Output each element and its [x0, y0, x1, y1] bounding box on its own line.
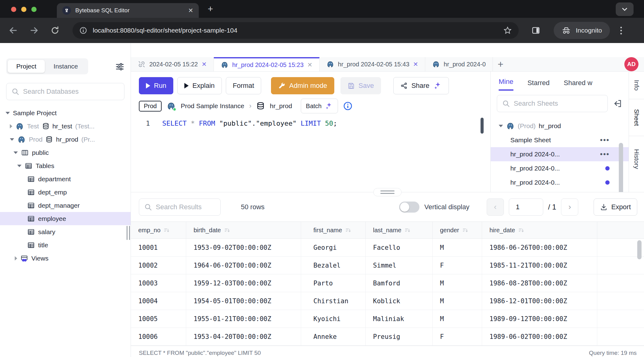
caret-down-icon[interactable] — [14, 151, 18, 154]
table-cell[interactable]: 10002 — [131, 257, 186, 274]
column-header[interactable]: gender — [433, 222, 482, 238]
filter-settings-icon[interactable] — [115, 62, 124, 71]
new-tab-button[interactable]: + — [208, 4, 213, 14]
search-sheets-input[interactable]: Search Sheets — [497, 95, 608, 112]
caret-down-icon[interactable] — [499, 125, 503, 127]
sheets-scrollbar-thumb[interactable] — [619, 143, 623, 192]
sheet-item-sample[interactable]: Sample Sheet ••• — [491, 133, 629, 147]
search-databases-input[interactable]: Search Databases — [6, 83, 124, 100]
table-cell[interactable]: Facello — [366, 239, 433, 256]
tree-table-dept-emp[interactable]: dept_emp — [0, 186, 131, 199]
table-cell[interactable]: 1964-06-02T00:00:00Z — [186, 257, 301, 274]
batch-button[interactable]: Batch — [301, 99, 338, 113]
column-header[interactable]: emp_no — [131, 222, 186, 238]
table-cell[interactable]: 10003 — [131, 274, 186, 292]
editor-tab-2-active[interactable]: hr_prod 2024-02-05 15:23 ✕ — [214, 57, 320, 71]
tree-project-root[interactable]: Sample Project — [0, 106, 131, 120]
panel-resize-handle[interactable] — [373, 188, 402, 196]
code-line-1[interactable]: 1 SELECT * FROM "public"."employee" LIMI… — [131, 120, 490, 127]
tab-project[interactable]: Project — [8, 60, 45, 73]
environment-chip[interactable]: Prod — [139, 101, 162, 112]
table-cell[interactable]: 1954-05-01T00:00:00Z — [186, 292, 301, 310]
side-panel-icon[interactable] — [532, 26, 540, 35]
editor-tab-1[interactable]: 2024-02-05 15:22 ✕ — [131, 57, 214, 71]
close-tab-icon[interactable]: ✕ — [307, 61, 312, 69]
table-cell[interactable]: Bamford — [366, 274, 433, 292]
tree-table-salary[interactable]: salary — [0, 225, 131, 238]
vertical-display-toggle[interactable] — [399, 202, 419, 213]
table-row[interactable]: 10006 1953-04-20T00:00:00Z Anneke Preusi… — [131, 328, 644, 346]
tab-instance[interactable]: Instance — [45, 60, 86, 73]
tab-starred[interactable]: Starred — [528, 79, 550, 91]
table-cell[interactable]: 10005 — [131, 310, 186, 328]
database-name[interactable]: hr_prod — [270, 102, 292, 110]
user-avatar[interactable]: AD — [624, 57, 638, 71]
share-button[interactable]: Share — [393, 77, 449, 94]
table-cell[interactable]: 1989-06-02T00:00:00Z — [482, 328, 597, 345]
sheet-item-partial[interactable]: hr_prod 2024-0... — [491, 116, 629, 119]
sidebar-resize-handle[interactable] — [127, 226, 130, 240]
table-row[interactable]: 10004 1954-05-01T00:00:00Z Chirstian Kob… — [131, 292, 644, 310]
tree-table-title[interactable]: title — [0, 238, 131, 252]
sheet-more-icon[interactable]: ••• — [600, 136, 610, 144]
forward-button[interactable] — [29, 25, 39, 36]
table-cell[interactable]: 10001 — [131, 239, 186, 256]
tree-table-employee-selected[interactable]: employee — [0, 212, 131, 225]
table-cell[interactable]: 1985-11-21T00:00:00Z — [482, 257, 597, 274]
back-button[interactable] — [8, 25, 18, 36]
table-cell[interactable]: Preusig — [366, 328, 433, 345]
zoom-window-button[interactable] — [31, 7, 37, 12]
tab-info[interactable]: Info — [629, 72, 644, 99]
table-cell[interactable]: 1986-12-01T00:00:00Z — [482, 292, 597, 310]
table-cell[interactable]: M — [433, 239, 482, 256]
site-info-icon[interactable] — [79, 26, 87, 34]
caret-down-icon[interactable] — [6, 112, 10, 114]
explain-button[interactable]: Explain — [177, 77, 222, 94]
format-button[interactable]: Format — [226, 77, 261, 94]
browser-menu-icon[interactable] — [620, 27, 622, 34]
search-results-input[interactable]: Search Results — [139, 198, 221, 216]
caret-right-icon[interactable] — [15, 256, 17, 261]
export-button[interactable]: Export — [594, 198, 637, 216]
table-cell[interactable]: Koblick — [366, 292, 433, 310]
table-row[interactable]: 10005 1955-01-21T00:00:00Z Kyoichi Malin… — [131, 310, 644, 328]
caret-down-icon[interactable] — [17, 165, 22, 167]
table-row[interactable]: 10001 1953-09-02T00:00:00Z Georgi Facell… — [131, 239, 644, 257]
table-cell[interactable]: 10006 — [131, 328, 186, 345]
run-button[interactable]: Run — [139, 77, 173, 94]
tree-db-hr-test[interactable]: Test hr_test (Test... — [0, 120, 131, 133]
sheet-more-icon[interactable]: ••• — [600, 150, 610, 159]
tree-group-tables[interactable]: Tables — [0, 159, 131, 172]
table-cell[interactable]: M — [433, 292, 482, 310]
column-header[interactable]: last_name — [366, 222, 433, 238]
table-cell[interactable]: M — [433, 310, 482, 328]
table-cell[interactable]: F — [433, 328, 482, 345]
table-cell[interactable]: Simmel — [366, 257, 433, 274]
table-cell[interactable]: 1986-06-26T00:00:00Z — [482, 239, 597, 256]
tab-mine[interactable]: Mine — [499, 78, 513, 91]
connection-info-icon[interactable] — [343, 101, 353, 111]
table-row[interactable]: 10003 1959-12-03T00:00:00Z Parto Bamford… — [131, 274, 644, 292]
tab-search-button[interactable] — [616, 2, 634, 16]
address-bar[interactable]: localhost:8080/sql-editor/sheet/project-… — [73, 22, 519, 39]
column-header[interactable]: birth_date — [186, 222, 301, 238]
caret-right-icon[interactable] — [10, 124, 12, 128]
close-tab-icon[interactable]: ✕ — [413, 61, 418, 68]
browser-tab-close-icon[interactable]: ✕ — [188, 7, 193, 14]
instance-name[interactable]: Prod Sample Instance — [181, 102, 244, 110]
tree-schema-public[interactable]: public — [0, 146, 131, 159]
tree-table-department[interactable]: department — [0, 172, 131, 186]
bookmark-star-icon[interactable] — [503, 26, 512, 35]
table-cell[interactable]: Chirstian — [301, 292, 366, 310]
editor-tab-3[interactable]: hr_prod 2024-02-05 15:43 ✕ — [320, 57, 425, 71]
tab-history[interactable]: History — [629, 136, 644, 182]
url-text[interactable]: localhost:8080/sql-editor/sheet/project-… — [93, 27, 503, 34]
tab-shared[interactable]: Shared w — [564, 79, 592, 91]
table-cell[interactable]: 10004 — [131, 292, 186, 310]
page-number-input[interactable]: 1 — [509, 198, 543, 216]
table-cell[interactable]: 1953-09-02T00:00:00Z — [186, 239, 301, 256]
tree-group-views[interactable]: Views — [0, 252, 131, 265]
editor-scrollbar-thumb[interactable] — [481, 118, 484, 134]
caret-down-icon[interactable] — [10, 138, 14, 141]
save-button[interactable]: Save — [340, 77, 381, 94]
